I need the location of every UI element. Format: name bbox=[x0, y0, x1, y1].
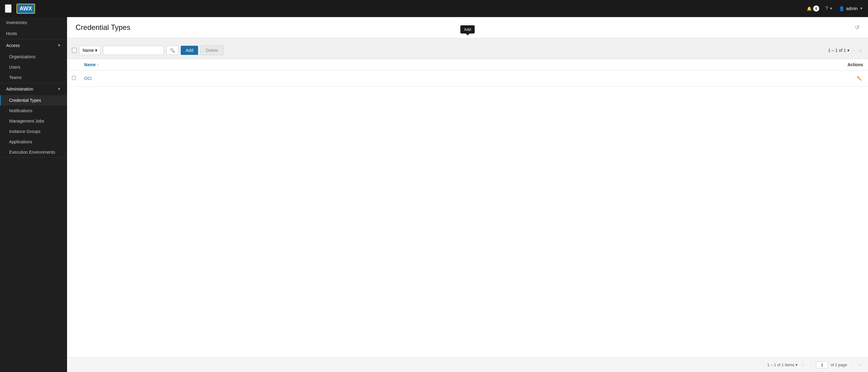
col-name-header[interactable]: Name ↑ bbox=[84, 62, 833, 67]
add-button[interactable]: Add bbox=[181, 46, 198, 55]
next-page-button-bottom[interactable]: › bbox=[850, 361, 855, 368]
select-all-checkbox[interactable] bbox=[72, 48, 77, 53]
app-body: Inventories Hosts Access ▼ Organizations… bbox=[0, 17, 868, 372]
pagination-info: 1 – 1 of 1 ▾ bbox=[828, 48, 849, 53]
prev-page-button-bottom[interactable]: ‹ bbox=[809, 361, 814, 368]
administration-chevron-icon: ▼ bbox=[57, 87, 61, 91]
sidebar-item-organizations[interactable]: Organizations bbox=[0, 52, 67, 62]
user-icon: 👤 bbox=[839, 6, 844, 11]
main-content: Credential Types ↺ Add Name ▾ 🔍 Add Dele… bbox=[67, 17, 868, 372]
items-count-label: 1 – 1 of 1 items ▾ bbox=[767, 363, 798, 367]
table-row: OCI ✏️ bbox=[67, 70, 868, 87]
row-checkbox-oci bbox=[72, 76, 84, 81]
sidebar-item-management-jobs[interactable]: Management Jobs bbox=[0, 116, 67, 126]
edit-button-oci[interactable]: ✏️ bbox=[856, 75, 863, 82]
filter-label: Name bbox=[83, 48, 94, 53]
sidebar-item-hosts[interactable]: Hosts bbox=[0, 28, 67, 39]
awx-logo: AWX bbox=[17, 4, 35, 14]
toolbar-right: 1 – 1 of 1 ▾ ‹ › bbox=[828, 47, 863, 54]
sidebar-item-execution-environments[interactable]: Execution Environments bbox=[0, 147, 67, 158]
help-icon: ? bbox=[825, 6, 828, 11]
navbar-right: 🔔 0 ? ▼ 👤 admin ▼ bbox=[807, 5, 863, 11]
table-header: Name ↑ Actions bbox=[67, 59, 868, 70]
oci-link[interactable]: OCI bbox=[84, 76, 833, 81]
table-container: Name ↑ Actions OCI ✏️ bbox=[67, 59, 868, 357]
col-actions-header: Actions bbox=[833, 62, 863, 67]
username-label: admin bbox=[846, 6, 858, 11]
sidebar-item-instance-groups[interactable]: Instance Groups bbox=[0, 126, 67, 137]
help-section[interactable]: ? ▼ bbox=[825, 6, 833, 11]
sidebar-item-teams[interactable]: Teams bbox=[0, 72, 67, 83]
sidebar-item-inventories[interactable]: Inventories bbox=[0, 17, 67, 28]
toolbar: Name ▾ 🔍 Add Delete 1 – 1 of 1 ▾ ‹ › bbox=[67, 42, 868, 59]
logo: AWX bbox=[17, 4, 35, 14]
sidebar-item-notifications[interactable]: Notifications bbox=[0, 106, 67, 116]
navbar: ☰ AWX 🔔 0 ? ▼ 👤 admin ▼ bbox=[0, 0, 868, 17]
bottom-pagination: 1 – 1 of 1 items ▾ « ‹ of 1 page › » bbox=[67, 357, 868, 372]
sidebar-access-header[interactable]: Access ▼ bbox=[0, 39, 67, 52]
sidebar-administration-section: Administration ▼ Credential Types Notifi… bbox=[0, 83, 67, 158]
page-total-label: of 1 page bbox=[831, 363, 847, 367]
user-menu[interactable]: 👤 admin ▼ bbox=[839, 6, 863, 11]
notifications-button[interactable]: 🔔 0 bbox=[807, 5, 819, 11]
notification-badge: 0 bbox=[813, 5, 819, 11]
row-name-oci: OCI bbox=[84, 76, 833, 81]
last-page-button[interactable]: » bbox=[857, 361, 863, 368]
sidebar-administration-header[interactable]: Administration ▼ bbox=[0, 83, 67, 95]
oci-checkbox[interactable] bbox=[72, 76, 76, 80]
sidebar: Inventories Hosts Access ▼ Organizations… bbox=[0, 17, 67, 372]
history-icon[interactable]: ↺ bbox=[855, 24, 860, 31]
row-actions-oci: ✏️ bbox=[833, 75, 863, 82]
help-chevron-icon: ▼ bbox=[829, 6, 833, 11]
first-page-button[interactable]: « bbox=[800, 361, 806, 368]
sidebar-item-users[interactable]: Users bbox=[0, 62, 67, 72]
page-number-input[interactable] bbox=[816, 361, 828, 368]
pagination-nav: ‹ › bbox=[852, 47, 863, 54]
sidebar-access-section: Access ▼ Organizations Users Teams bbox=[0, 39, 67, 83]
sort-arrow-icon: ↑ bbox=[97, 62, 99, 67]
delete-button[interactable]: Delete bbox=[200, 46, 223, 55]
sidebar-top-section: Inventories Hosts bbox=[0, 17, 67, 39]
search-button[interactable]: 🔍 bbox=[166, 46, 178, 55]
add-tooltip: Add bbox=[460, 25, 474, 33]
page-title: Credential Types bbox=[75, 23, 130, 32]
next-page-button[interactable]: › bbox=[858, 47, 863, 54]
navbar-left: ☰ AWX bbox=[5, 4, 35, 14]
prev-page-button[interactable]: ‹ bbox=[852, 47, 857, 54]
sidebar-item-credential-types[interactable]: Credential Types bbox=[0, 95, 67, 106]
search-icon: 🔍 bbox=[170, 48, 175, 53]
filter-dropdown[interactable]: Name ▾ bbox=[79, 46, 100, 55]
search-input[interactable] bbox=[103, 46, 164, 55]
items-dropdown-icon[interactable]: ▾ bbox=[796, 363, 798, 367]
access-chevron-icon: ▼ bbox=[57, 43, 61, 48]
user-chevron-icon: ▼ bbox=[860, 6, 863, 11]
hamburger-button[interactable]: ☰ bbox=[5, 4, 11, 13]
pagination-dropdown-icon[interactable]: ▾ bbox=[847, 48, 849, 53]
filter-chevron-icon: ▾ bbox=[95, 48, 97, 53]
toolbar-wrapper: Add bbox=[67, 38, 868, 42]
bell-icon: 🔔 bbox=[807, 6, 812, 11]
sidebar-item-applications[interactable]: Applications bbox=[0, 137, 67, 147]
